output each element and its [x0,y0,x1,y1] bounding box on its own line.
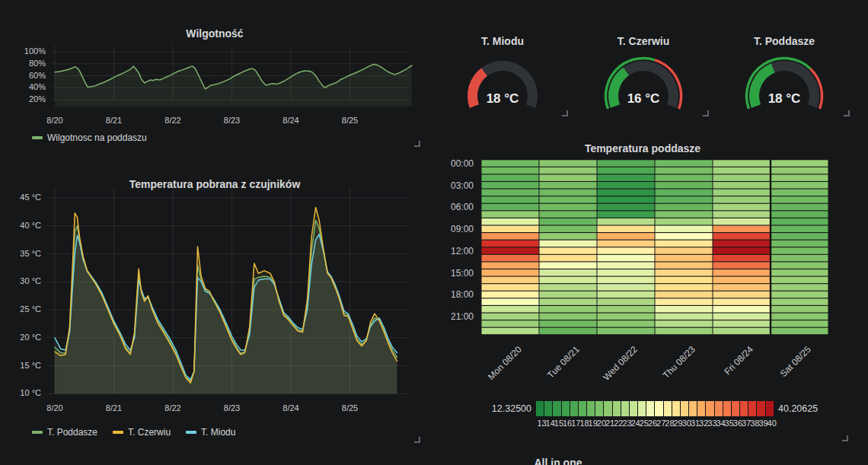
gauge-value: 18 °C [716,91,853,107]
legend-item[interactable]: T. Miodu [186,427,235,438]
y-tick-label: 30 °C [6,276,41,285]
heatmap-x-label: Tue 08/21 [525,344,582,400]
legend-label: T. Czerwiu [128,427,171,438]
x-tick-label: 8/20 [38,116,72,125]
heatmap-x-label: Mon 08/20 [468,344,524,400]
humidity-chart[interactable] [6,6,423,113]
legend-label: Wilgotnosc na poddaszu [47,132,147,143]
temperature-chart[interactable] [6,155,423,400]
colorbar-cell [646,401,654,416]
colorbar-cell [672,401,680,416]
x-tick-label: 8/25 [333,116,367,125]
legend-color-dash-icon [32,136,43,139]
colorbar-tick-label: 40 [764,419,780,428]
x-tick-label: 8/24 [274,116,308,125]
colorbar-cell [638,401,646,416]
colorbar-cell [595,401,603,416]
heatmap-y-tick-label: 15:00 [434,268,474,279]
heatmap-y-tick-label: 18:00 [434,289,474,300]
resize-handle-icon[interactable] [844,110,850,116]
colorbar-cell [681,401,688,416]
colorbar-cell [553,401,560,416]
colorbar-cell [579,401,586,416]
colorbar-cell [757,401,764,416]
y-tick-label: 40% [6,82,46,91]
x-tick-label: 8/21 [97,403,131,412]
panel-title-all-in-one[interactable]: All in one [444,457,672,465]
colorbar-cell [740,401,748,416]
legend-item[interactable]: T. Czerwiu [113,427,171,438]
panel-title-heatmap[interactable]: Temperatura poddasze [434,142,851,154]
colorbar-max-label: 40.20625 [778,403,818,414]
heatmap-y-tick-label: 12:00 [434,246,474,256]
panel-gauge-czerwiu: T. Czerwiu 16 °C [575,6,712,119]
heatmap-y-tick-label: 00:00 [434,158,474,169]
x-tick-label: 8/21 [97,116,131,125]
colorbar-cell [732,401,739,416]
resize-handle-icon[interactable] [842,435,848,441]
colorbar-min-label: 12.32500 [455,403,531,414]
temperature-legend: T. PoddaszeT. CzerwiuT. Miodu [32,427,235,438]
colorbar-cell [766,401,774,416]
y-tick-label: 100% [6,46,46,56]
colorbar-cell [706,401,713,416]
colorbar-cell [748,401,756,416]
x-tick-label: 8/24 [274,403,308,412]
heatmap-x-label: Fri 08/24 [699,344,755,400]
heatmap-x-label: Sat 08/25 [757,344,813,400]
gauge-value: 18 °C [434,91,571,107]
y-tick-label: 40 °C [6,221,41,230]
y-tick-label: 45 °C [6,193,41,202]
legend-color-dash-icon [113,431,123,434]
x-tick-label: 8/23 [215,403,249,412]
heatmap-y-tick-label: 21:00 [434,311,474,322]
y-tick-label: 35 °C [6,249,41,258]
heatmap-y-tick-label: 09:00 [434,224,474,234]
heatmap-x-label: Thu 08/23 [641,344,697,400]
colorbar-cell [604,401,611,416]
legend-label: T. Miodu [201,427,235,438]
legend-item[interactable]: Wilgotnosc na poddaszu [32,132,147,143]
colorbar-cell [630,401,637,416]
y-tick-label: 20% [6,94,46,104]
colorbar-cell [613,401,621,416]
y-tick-label: 20 °C [6,333,41,342]
gauge-value: 16 °C [575,91,712,107]
legend-color-dash-icon [32,431,43,434]
colorbar-cell [544,401,552,416]
heatmap-x-label: Wed 08/22 [583,344,640,400]
resize-handle-icon[interactable] [414,141,420,147]
legend-label: T. Poddasze [47,427,97,438]
colorbar [536,401,774,416]
x-tick-label: 8/20 [38,403,72,412]
heatmap-y-tick-label: 03:00 [434,180,474,191]
y-tick-label: 80% [6,59,46,68]
y-tick-label: 60% [6,71,46,80]
panel-humidity: Wilgotność 100%80%60%40%20% 8/208/218/22… [6,6,423,149]
x-tick-label: 8/22 [156,403,190,412]
resize-handle-icon[interactable] [414,437,420,443]
resize-handle-icon[interactable] [562,110,568,116]
panel-temperature: Temperatura pobrana z czujników 45 °C40 … [6,155,423,445]
colorbar-cell [587,401,595,416]
resize-handle-icon[interactable] [703,110,709,116]
colorbar-cell [655,401,662,416]
panel-heatmap: Temperatura poddasze 00:0003:0006:0009:0… [434,122,851,447]
heatmap-y-tick-label: 06:00 [434,202,474,212]
colorbar-cell [664,401,672,416]
colorbar-cell [621,401,629,416]
panel-gauge-poddasze: T. Poddasze 18 °C [716,6,853,119]
y-tick-label: 25 °C [6,304,41,314]
legend-item[interactable]: T. Poddasze [32,427,97,438]
y-tick-label: 15 °C [6,361,41,370]
legend-color-dash-icon [186,431,196,434]
colorbar-cell [715,401,723,416]
humidity-legend: Wilgotnosc na poddaszu [32,132,147,143]
x-tick-label: 8/25 [333,403,367,412]
x-tick-label: 8/22 [156,116,190,125]
panel-gauge-miodu: T. Miodu 18 °C [434,6,571,119]
colorbar-cell [562,401,570,416]
x-tick-label: 8/23 [215,116,249,125]
colorbar-cell [697,401,705,416]
heatmap-grid[interactable] [481,160,828,335]
